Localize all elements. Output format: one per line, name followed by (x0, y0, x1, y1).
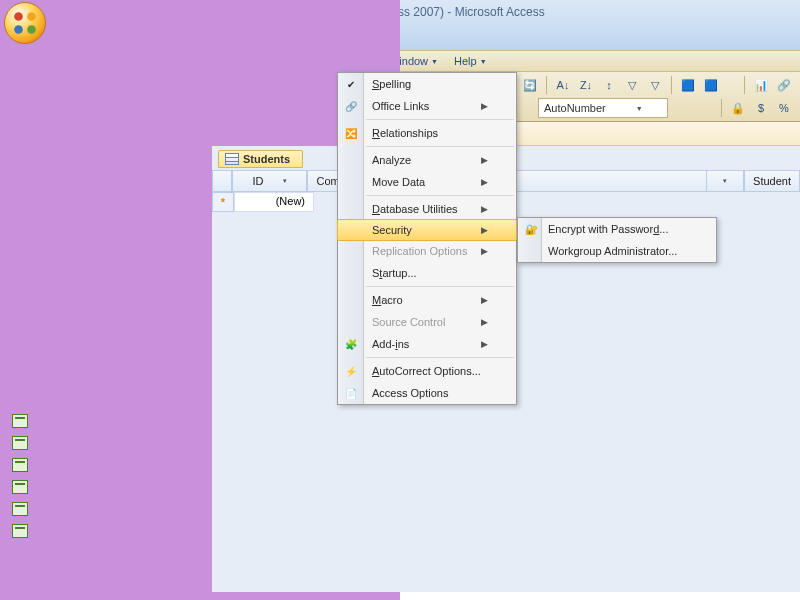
addins-icon: 🧩 (343, 336, 359, 352)
report-icon (12, 524, 28, 538)
col-student[interactable]: Student (744, 170, 800, 192)
menu-addins[interactable]: 🧩Add-ins▶ (338, 333, 516, 355)
sort-asc-icon[interactable]: A↓ (553, 75, 573, 95)
svg-point-0 (14, 12, 23, 21)
tools-dropdown: ✔Spelling 🔗Office Links▶ 🔀Relationships … (337, 72, 517, 405)
percent-icon[interactable]: % (774, 98, 794, 118)
menu-relationships[interactable]: 🔀Relationships (338, 122, 516, 144)
options-icon: 📄 (343, 385, 359, 401)
clear-sort-icon[interactable]: ↕ (599, 75, 619, 95)
report-icon (12, 414, 28, 428)
menu-database-utilities[interactable]: Database Utilities▶ (338, 198, 516, 220)
report-icon (12, 436, 28, 450)
form-icon (12, 371, 28, 385)
autocorrect-icon: ⚡ (343, 363, 359, 379)
rel-icon[interactable]: 🔗 (774, 75, 794, 95)
color1-icon[interactable]: 🟦 (678, 75, 698, 95)
menu-spelling[interactable]: ✔Spelling (338, 73, 516, 95)
new-row-indicator[interactable]: * (212, 192, 234, 212)
relationships-icon: 🔀 (343, 125, 359, 141)
report-icon (12, 502, 28, 516)
menu-help[interactable]: Help▼ (446, 52, 495, 70)
menu-access-options[interactable]: 📄Access Options (338, 382, 516, 404)
lock-icon[interactable]: 🔒 (728, 98, 748, 118)
refresh-icon[interactable]: 🔄 (520, 75, 540, 95)
col-dd[interactable]: ▾ (706, 170, 744, 192)
select-all-corner[interactable] (212, 170, 232, 192)
spelling-icon: ✔ (343, 76, 359, 92)
svg-point-3 (27, 25, 36, 34)
office-button[interactable] (4, 2, 46, 44)
nav-item-student-list[interactable]: Student List (0, 367, 211, 389)
menu-encrypt-password[interactable]: 🔐Encrypt with Password... (518, 218, 716, 240)
report-icon (12, 458, 28, 472)
menu-security[interactable]: Security▶ (337, 219, 517, 241)
menu-workgroup-admin[interactable]: Workgroup Administrator... (518, 240, 716, 262)
dep-icon[interactable]: 📊 (751, 75, 771, 95)
adv-filter-icon[interactable]: ▽ (645, 75, 665, 95)
menu-analyze[interactable]: Analyze▶ (338, 149, 516, 171)
menu-autocorrect[interactable]: ⚡AutoCorrect Options... (338, 360, 516, 382)
datatype-combo[interactable]: AutoNumber▼ (538, 98, 668, 118)
security-submenu: 🔐Encrypt with Password... Workgroup Admi… (517, 217, 717, 263)
encrypt-icon: 🔐 (523, 221, 539, 237)
document-tab-students[interactable]: Students (218, 150, 303, 168)
color2-icon[interactable]: 🟦 (701, 75, 721, 95)
svg-point-1 (27, 12, 36, 21)
menu-startup[interactable]: Startup... (338, 262, 516, 284)
navigation-pane: All Access Objects ▾« Tables︽ Guardians … (0, 146, 212, 592)
menu-macro[interactable]: Macro▶ (338, 289, 516, 311)
currency-icon[interactable]: $ (751, 98, 771, 118)
svg-point-2 (14, 25, 23, 34)
menu-replication: Replication Options▶ (338, 240, 516, 262)
menu-office-links[interactable]: 🔗Office Links▶ (338, 95, 516, 117)
table-icon (225, 153, 239, 165)
sort-desc-icon[interactable]: Z↓ (576, 75, 596, 95)
report-icon (12, 480, 28, 494)
filter-icon[interactable]: ▽ (622, 75, 642, 95)
menu-move-data[interactable]: Move Data▶ (338, 171, 516, 193)
cell-id-new[interactable]: (New) (234, 192, 314, 212)
menu-source-control: Source Control▶ (338, 311, 516, 333)
links-icon: 🔗 (343, 98, 359, 114)
col-id[interactable]: ID▾ (232, 170, 307, 192)
